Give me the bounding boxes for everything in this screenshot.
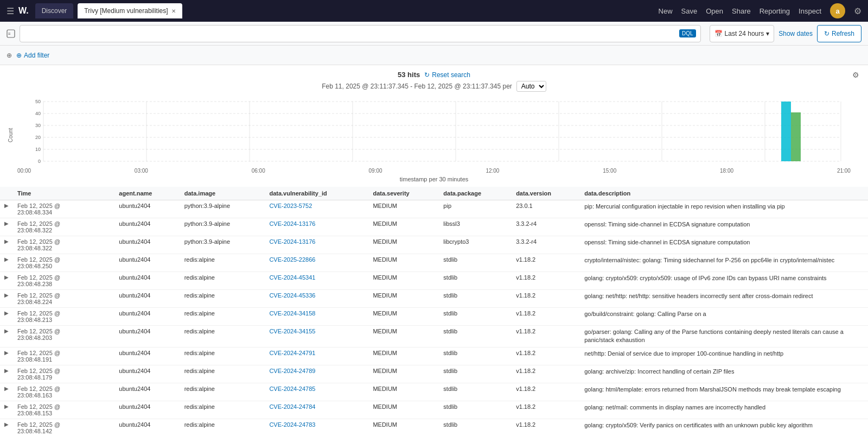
tab-trivy[interactable]: Trivy [Medium vulnerabilities] ✕	[78, 3, 182, 18]
hamburger-menu[interactable]: ☰	[7, 6, 14, 16]
cell-image: redis:alpine	[180, 419, 265, 436]
svg-text:10: 10	[35, 147, 41, 152]
expand-row-button[interactable]: ▶	[4, 292, 9, 298]
cell-package: libcrypto3	[439, 236, 512, 254]
cell-severity: MEDIUM	[368, 383, 439, 401]
expand-row-button[interactable]: ▶	[4, 368, 9, 374]
svg-text:50: 50	[35, 99, 41, 104]
calendar-button[interactable]: 📅 Last 24 hours ▾	[710, 25, 775, 42]
per-select[interactable]: Auto	[516, 81, 546, 92]
tab-discover[interactable]: Discover	[35, 3, 74, 18]
calendar-icon: 📅	[714, 30, 723, 37]
cell-vuln-id: CVE-2024-13176	[265, 236, 368, 254]
table-row: ▶Feb 12, 2025 @ 23:08:48.163ubuntu2404re…	[0, 383, 868, 401]
expand-row-button[interactable]: ▶	[4, 350, 9, 356]
table-row: ▶Feb 12, 2025 @ 23:08:48.334ubuntu2404py…	[0, 200, 868, 218]
cell-description: go/build/constraint: golang: Calling Par…	[580, 308, 868, 326]
cell-version: 3.3.2-r4	[512, 236, 580, 254]
cell-agent: ubuntu2404	[114, 308, 180, 326]
expand-row-button[interactable]: ▶	[4, 238, 9, 244]
cell-image: python:3.9-alpine	[180, 218, 265, 236]
cell-severity: MEDIUM	[368, 365, 439, 383]
chevron-down-icon: ▾	[766, 30, 769, 37]
cell-image: python:3.9-alpine	[180, 200, 265, 218]
cell-time: Feb 12, 2025 @ 23:08:48.142	[13, 419, 114, 436]
date-range-bar: Feb 11, 2025 @ 23:11:37.345 - Feb 12, 20…	[0, 81, 868, 92]
cell-description: openssl: Timing side-channel in ECDSA si…	[580, 236, 868, 254]
inspect-button[interactable]: Inspect	[799, 7, 821, 15]
cell-time: Feb 12, 2025 @ 23:08:48.334	[13, 200, 114, 218]
expand-row-button[interactable]: ▶	[4, 256, 9, 262]
cell-image: redis:alpine	[180, 365, 265, 383]
user-avatar[interactable]: a	[830, 3, 845, 18]
cell-version: v1.18.2	[512, 383, 580, 401]
cell-description: go/parser: golang: Calling any of the Pa…	[580, 326, 868, 347]
open-button[interactable]: Open	[706, 7, 723, 15]
cell-package: stdlib	[439, 365, 512, 383]
cell-vuln-id: CVE-2024-13176	[265, 218, 368, 236]
cell-image: redis:alpine	[180, 401, 265, 419]
expand-row-button[interactable]: ▶	[4, 403, 9, 409]
cell-agent: ubuntu2404	[114, 326, 180, 347]
add-filter-button[interactable]: ⊕ Add filter	[16, 52, 49, 59]
refresh-button[interactable]: ↻ Refresh	[817, 25, 861, 42]
cell-package: stdlib	[439, 419, 512, 436]
cell-vuln-id: CVE-2024-34158	[265, 308, 368, 326]
col-vuln-id: data.vulnerability_id	[265, 187, 368, 200]
cell-description: golang: net/http: net/http: sensitive he…	[580, 290, 868, 308]
search-field[interactable]: rule.groups:trivy and rule.id:100204 DQL	[20, 25, 701, 42]
col-description: data.description	[580, 187, 868, 200]
expand-row-button[interactable]: ▶	[4, 203, 9, 208]
table-header: Time agent.name data.image data.vulnerab…	[0, 187, 868, 200]
reporting-button[interactable]: Reporting	[760, 7, 790, 15]
table-row: ▶Feb 12, 2025 @ 23:08:48.322ubuntu2404py…	[0, 236, 868, 254]
cell-version: v1.18.2	[512, 365, 580, 383]
histogram-chart[interactable]: 50 40 30 20 10 0	[17, 96, 851, 167]
expand-row-button[interactable]: ▶	[4, 220, 9, 226]
cell-package: libssl3	[439, 218, 512, 236]
time-section: 📅 Last 24 hours ▾ Show dates ↻ Refresh	[710, 25, 861, 42]
show-dates-button[interactable]: Show dates	[778, 30, 813, 37]
new-button[interactable]: New	[659, 7, 673, 15]
results-table: Time agent.name data.image data.vulnerab…	[0, 187, 868, 436]
cell-severity: MEDIUM	[368, 419, 439, 436]
expand-row-button[interactable]: ▶	[4, 310, 9, 316]
cell-vuln-id: CVE-2024-34155	[265, 326, 368, 347]
query-type-icon[interactable]: ≡	[7, 29, 15, 38]
cell-package: stdlib	[439, 308, 512, 326]
settings-icon[interactable]: ⚙	[854, 6, 861, 16]
svg-text:0: 0	[38, 159, 41, 164]
cell-agent: ubuntu2404	[114, 254, 180, 272]
svg-text:20: 20	[35, 135, 41, 140]
expand-row-button[interactable]: ▶	[4, 328, 9, 334]
save-button[interactable]: Save	[681, 7, 698, 15]
timestamp-label: timestamp per 30 minutes	[0, 176, 868, 182]
cell-time: Feb 12, 2025 @ 23:08:48.191	[13, 347, 114, 365]
cell-time: Feb 12, 2025 @ 23:08:48.322	[13, 218, 114, 236]
cell-severity: MEDIUM	[368, 200, 439, 218]
reset-search-button[interactable]: ↻ Reset search	[424, 71, 470, 79]
expand-row-button[interactable]: ▶	[4, 386, 9, 391]
chart-settings-icon[interactable]: ⚙	[852, 71, 859, 79]
cell-severity: MEDIUM	[368, 218, 439, 236]
cell-agent: ubuntu2404	[114, 347, 180, 365]
share-button[interactable]: Share	[732, 7, 751, 15]
col-package: data.package	[439, 187, 512, 200]
plus-icon: ⊕	[16, 52, 22, 59]
table-body: ▶Feb 12, 2025 @ 23:08:48.334ubuntu2404py…	[0, 200, 868, 437]
cell-description: golang: archive/zip: Incorrect handling …	[580, 365, 868, 383]
expand-row-button[interactable]: ▶	[4, 274, 9, 280]
refresh-icon: ↻	[824, 30, 829, 37]
svg-text:40: 40	[35, 111, 41, 116]
dql-badge[interactable]: DQL	[679, 29, 696, 37]
cell-time: Feb 12, 2025 @ 23:08:48.163	[13, 383, 114, 401]
cell-version: 3.3.2-r4	[512, 218, 580, 236]
expand-row-button[interactable]: ▶	[4, 421, 9, 427]
cell-image: redis:alpine	[180, 254, 265, 272]
search-bar: ≡ rule.groups:trivy and rule.id:100204 D…	[0, 22, 868, 46]
tab-close-icon[interactable]: ✕	[171, 8, 176, 14]
svg-text:≡: ≡	[8, 31, 11, 36]
table-row: ▶Feb 12, 2025 @ 23:08:48.191ubuntu2404re…	[0, 347, 868, 365]
filter-icon: ⊕	[7, 52, 12, 59]
search-input[interactable]: rule.groups:trivy and rule.id:100204	[24, 29, 675, 37]
